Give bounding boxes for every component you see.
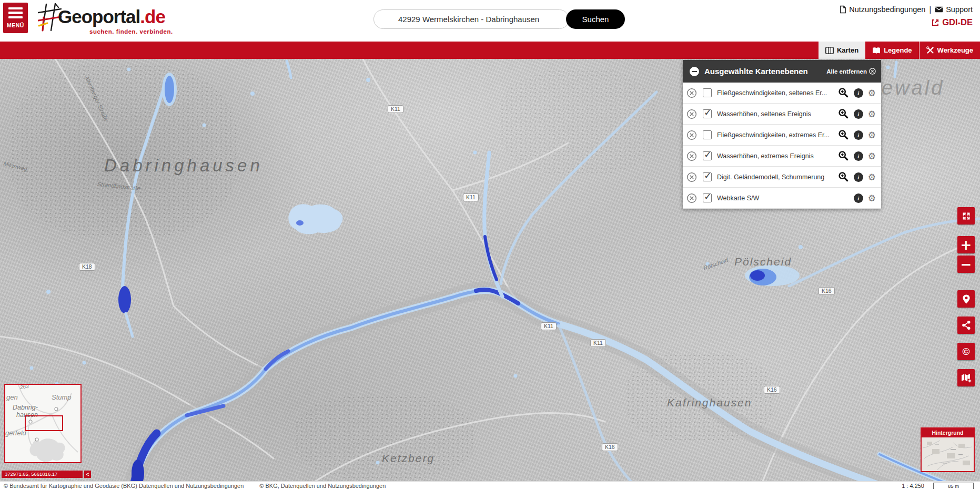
copyright-link-full[interactable]: © Bundesamt für Kartographie und Geodäsi… bbox=[4, 483, 244, 489]
road-shield-k11: K11 bbox=[388, 105, 403, 113]
link-separator: | bbox=[929, 5, 931, 14]
location-pin-icon bbox=[961, 293, 972, 304]
brand-tagline: suchen. finden. verbinden. bbox=[89, 28, 173, 35]
zoom-to-layer-icon[interactable] bbox=[838, 129, 849, 140]
layer-label: Wasserhöhen, seltenes Ereignis bbox=[717, 110, 838, 118]
layer-checkbox[interactable]: ✓ bbox=[703, 172, 712, 181]
road-shield-k16: K16 bbox=[819, 287, 835, 295]
tab-label: Werkzeuge bbox=[937, 46, 973, 54]
tab-label: Karten bbox=[837, 46, 858, 54]
remove-layer-icon[interactable] bbox=[686, 130, 697, 140]
fullscreen-button[interactable] bbox=[957, 207, 975, 224]
layer-row: Fließgeschwindigkeiten, seltenes Er... i… bbox=[683, 83, 881, 104]
remove-layer-icon[interactable] bbox=[686, 151, 697, 161]
tab-werkzeuge[interactable]: Werkzeuge bbox=[919, 42, 980, 59]
share-button[interactable] bbox=[957, 317, 975, 334]
map-label-ewald: ewald bbox=[882, 77, 944, 99]
layer-row: ✓ Wasserhöhen, seltenes Ereignis i ⚙ bbox=[683, 104, 881, 125]
overview-label: gen bbox=[6, 393, 18, 401]
geoportal-app: Dabringhausen ewald Pölscheid Kafringhau… bbox=[0, 0, 980, 490]
layer-label: Fließgeschwindigkeiten, seltenes Er... bbox=[717, 89, 838, 97]
layer-settings-icon[interactable]: ⚙ bbox=[868, 109, 876, 119]
attribution-footer: © Bundesamt für Kartographie und Geodäsi… bbox=[0, 481, 980, 490]
support-link[interactable]: Support bbox=[946, 5, 973, 14]
overview-map[interactable]: 263 gen Stump Dabring- hausen gerfeld bbox=[4, 384, 82, 463]
layer-settings-icon[interactable]: ⚙ bbox=[868, 172, 876, 182]
menu-label: MENÜ bbox=[7, 22, 24, 28]
checkmark: ✓ bbox=[704, 191, 712, 202]
remove-all-label: Alle entfernen bbox=[826, 68, 867, 75]
copyright-button[interactable]: © bbox=[957, 343, 975, 360]
zoom-to-layer-icon[interactable] bbox=[838, 87, 849, 98]
layer-settings-icon[interactable]: ⚙ bbox=[868, 193, 876, 203]
road-shield-k16: K16 bbox=[602, 443, 618, 451]
scale-ratio: 1 : 4.250 bbox=[902, 483, 924, 489]
background-selector[interactable]: Hintergrund bbox=[921, 427, 975, 472]
layer-row: ✓ Webkarte S/W i ⚙ bbox=[683, 188, 881, 209]
tab-label: Legende bbox=[884, 46, 912, 54]
external-link-icon bbox=[931, 18, 939, 27]
map-label-poelscheid: Pölscheid bbox=[734, 256, 792, 268]
zoom-to-layer-icon[interactable] bbox=[838, 108, 849, 119]
coordinates-readout: 372971.65, 5661816.17 bbox=[2, 471, 83, 478]
background-selector-title: Hintergrund bbox=[922, 428, 974, 437]
legend-book-icon bbox=[872, 47, 881, 54]
layers-panel-title: Ausgewählte Kartenebenen bbox=[704, 67, 808, 76]
layer-label: Wasserhöhen, extremes Ereignis bbox=[717, 152, 838, 160]
layer-info-icon[interactable]: i bbox=[854, 130, 863, 140]
zoom-in-button[interactable]: + bbox=[957, 236, 975, 253]
remove-layer-icon[interactable] bbox=[686, 172, 697, 182]
brand-text: Geoportal.de bbox=[58, 6, 165, 27]
layer-checkbox[interactable]: ✓ bbox=[703, 109, 712, 118]
header-links: Nutzungsbedingungen | Support GDI-DE bbox=[840, 5, 973, 27]
locate-button[interactable] bbox=[957, 290, 975, 308]
layer-checkbox[interactable] bbox=[703, 88, 712, 97]
layer-checkbox[interactable] bbox=[703, 130, 712, 139]
add-map-button[interactable] bbox=[957, 369, 975, 386]
map-label-ketzberg: Ketzberg bbox=[382, 452, 435, 465]
map-toolbar: Karten Legende Werkzeuge bbox=[0, 42, 980, 59]
circle-x-icon bbox=[869, 68, 876, 75]
layer-row: ✓ Wasserhöhen, extremes Ereignis i ⚙ bbox=[683, 146, 881, 167]
menu-button[interactable]: MENÜ bbox=[3, 3, 28, 33]
collapse-overview-button[interactable]: < bbox=[84, 471, 91, 478]
zoom-to-layer-icon[interactable] bbox=[838, 150, 849, 161]
remove-layer-icon[interactable] bbox=[686, 109, 697, 119]
layer-row: Fließgeschwindigkeiten, extremes Er... i… bbox=[683, 125, 881, 146]
tab-karten[interactable]: Karten bbox=[819, 42, 865, 59]
zoom-to-layer-icon[interactable] bbox=[838, 171, 849, 182]
copyright-link-short[interactable]: © BKG, Datenquellen und Nutzungsbedingun… bbox=[259, 483, 386, 489]
remove-all-layers-button[interactable]: Alle entfernen bbox=[826, 60, 876, 83]
zoom-out-button[interactable]: − bbox=[957, 256, 975, 273]
layer-info-icon[interactable]: i bbox=[854, 151, 863, 161]
tools-icon bbox=[926, 46, 934, 54]
layer-settings-icon[interactable]: ⚙ bbox=[868, 130, 876, 140]
layer-row: ✓ Digit. Geländemodell, Schummerung i ⚙ bbox=[683, 167, 881, 188]
add-map-icon bbox=[961, 372, 972, 383]
layers-panel-header[interactable]: Ausgewählte Kartenebenen Alle entfernen bbox=[683, 60, 881, 83]
layer-info-icon[interactable]: i bbox=[854, 88, 863, 98]
layer-settings-icon[interactable]: ⚙ bbox=[868, 88, 876, 98]
layer-checkbox[interactable]: ✓ bbox=[703, 193, 712, 202]
map-label-kafringhausen: Kafringhausen bbox=[667, 396, 752, 409]
document-icon bbox=[840, 5, 846, 14]
layer-checkbox[interactable]: ✓ bbox=[703, 151, 712, 160]
share-icon bbox=[961, 320, 972, 331]
remove-layer-icon[interactable] bbox=[686, 88, 697, 98]
road-shield-k11: K11 bbox=[590, 339, 606, 347]
search-input[interactable] bbox=[373, 9, 569, 29]
geoportal-logo[interactable]: Geoportal.de suchen. finden. verbinden. bbox=[38, 2, 196, 39]
terms-link[interactable]: Nutzungsbedingungen bbox=[849, 5, 925, 14]
layer-info-icon[interactable]: i bbox=[854, 109, 863, 119]
overview-extent-rectangle[interactable] bbox=[25, 415, 63, 431]
layer-info-icon[interactable]: i bbox=[854, 193, 863, 203]
layer-info-icon[interactable]: i bbox=[854, 172, 863, 182]
tab-legende[interactable]: Legende bbox=[865, 42, 918, 59]
search-button[interactable]: Suchen bbox=[566, 9, 625, 29]
layer-label: Digit. Geländemodell, Schummerung bbox=[717, 173, 838, 181]
remove-layer-icon[interactable] bbox=[686, 193, 697, 203]
brand-tld: .de bbox=[140, 6, 165, 27]
layer-settings-icon[interactable]: ⚙ bbox=[868, 151, 876, 161]
collapse-panel-icon[interactable] bbox=[690, 67, 699, 76]
gdi-de-link[interactable]: GDI-DE bbox=[942, 17, 973, 27]
